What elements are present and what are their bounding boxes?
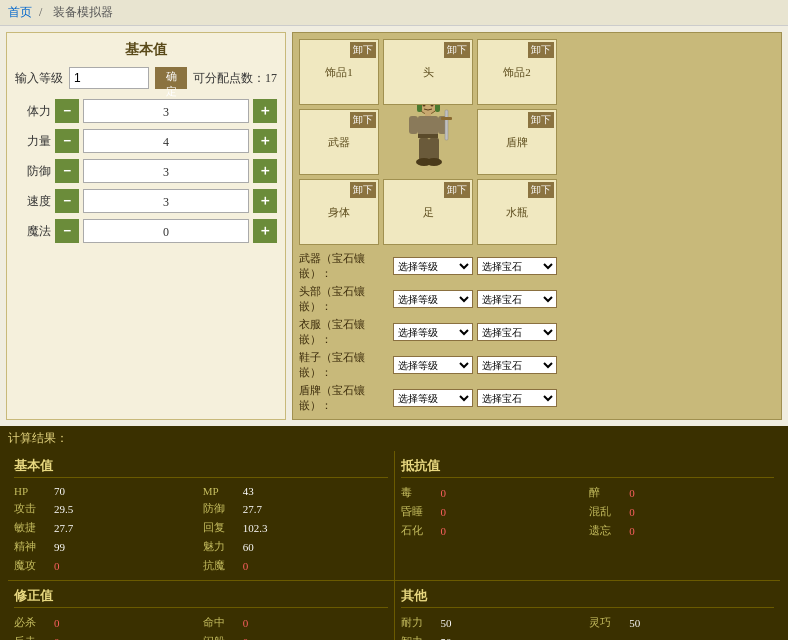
feet-label: 足 [423, 205, 434, 220]
accessory1-label: 饰品1 [325, 65, 353, 80]
points-label: 可分配点数：17 [193, 70, 277, 87]
result-cha: 魅力 60 [203, 538, 388, 555]
result-drunk: 醉 0 [589, 484, 774, 501]
equip-gem-select-2[interactable]: 选择宝石 [477, 323, 557, 341]
stat-plus-2[interactable]: ＋ [253, 159, 277, 183]
stat-name-0: 体力 [15, 103, 51, 120]
modifier-grid: 必杀 0 命中 0 反击 0 闪躲 0 [14, 614, 388, 640]
equip-select-row-4: 盾牌（宝石镶嵌）： 选择等级 选择宝石 [299, 383, 775, 413]
result-val-endurance: 50 [441, 617, 452, 629]
result-name-counter: 反击 [14, 634, 50, 640]
equip-level-select-3[interactable]: 选择等级 [393, 356, 473, 374]
stat-plus-1[interactable]: ＋ [253, 129, 277, 153]
water-label: 水瓶 [506, 205, 528, 220]
unequip-head[interactable]: 卸下 [444, 42, 470, 58]
result-val-matk: 0 [54, 560, 60, 572]
result-matk: 魔攻 0 [14, 557, 199, 574]
equip-selects: 武器（宝石镶嵌）： 选择等级 选择宝石 头部（宝石镶嵌）： 选择等级 选择宝石 … [299, 251, 775, 413]
stat-value-4: 0 [83, 219, 249, 243]
result-hp: HP 70 [14, 484, 199, 498]
equip-gem-select-4[interactable]: 选择宝石 [477, 389, 557, 407]
breadcrumb-home[interactable]: 首页 [8, 5, 32, 19]
equip-label-0: 武器（宝石镶嵌）： [299, 251, 389, 281]
confirm-button[interactable]: 确定 [155, 67, 187, 89]
result-name-spi: 精神 [14, 539, 50, 554]
result-forget: 遗忘 0 [589, 522, 774, 539]
result-val-atk: 29.5 [54, 503, 73, 515]
equip-slot-weapon: 卸下 武器 [299, 109, 379, 175]
result-val-dodge: 0 [243, 636, 249, 641]
stat-value-0: 3 [83, 99, 249, 123]
result-name-hp: HP [14, 485, 50, 497]
result-name-sleep: 昏睡 [401, 504, 437, 519]
svg-rect-7 [409, 116, 418, 134]
result-name-hit: 命中 [203, 615, 239, 630]
result-val-forget: 0 [629, 525, 635, 537]
unequip-weapon[interactable]: 卸下 [350, 112, 376, 128]
right-panel: 卸下 饰品1 卸下 武器 卸下 身体 卸下 头 [292, 32, 782, 420]
result-val-sleep: 0 [441, 506, 447, 518]
stat-plus-0[interactable]: ＋ [253, 99, 277, 123]
accessory2-label: 饰品2 [503, 65, 531, 80]
level-input[interactable] [69, 67, 149, 89]
stat-value-3: 3 [83, 189, 249, 213]
equip-select-row-1: 头部（宝石镶嵌）： 选择等级 选择宝石 [299, 284, 775, 314]
equip-gem-select-3[interactable]: 选择宝石 [477, 356, 557, 374]
result-val-rec: 102.3 [243, 522, 268, 534]
result-val-poison: 0 [441, 487, 447, 499]
equip-level-select-1[interactable]: 选择等级 [393, 290, 473, 308]
result-name-def: 防御 [203, 501, 239, 516]
equip-select-row-3: 鞋子（宝石镶嵌）： 选择等级 选择宝石 [299, 350, 775, 380]
stat-minus-1[interactable]: － [55, 129, 79, 153]
equip-level-select-2[interactable]: 选择等级 [393, 323, 473, 341]
character-svg [401, 92, 456, 192]
result-val-crit: 0 [54, 617, 60, 629]
result-name-crit: 必杀 [14, 615, 50, 630]
unequip-water[interactable]: 卸下 [528, 182, 554, 198]
result-name-agi: 敏捷 [14, 520, 50, 535]
equip-level-select-4[interactable]: 选择等级 [393, 389, 473, 407]
unequip-body[interactable]: 卸下 [350, 182, 376, 198]
result-poison: 毒 0 [401, 484, 586, 501]
level-row: 输入等级 确定 可分配点数：17 [15, 67, 277, 89]
equip-level-select-0[interactable]: 选择等级 [393, 257, 473, 275]
body-label: 身体 [328, 205, 350, 220]
result-val-mres: 0 [243, 560, 249, 572]
basic-grid: HP 70 MP 43 攻击 29.5 防御 27.7 敏捷 27.7 [14, 484, 388, 574]
result-name-stone: 石化 [401, 523, 437, 538]
svg-point-14 [426, 158, 442, 166]
unequip-accessory1[interactable]: 卸下 [350, 42, 376, 58]
equip-gem-select-0[interactable]: 选择宝石 [477, 257, 557, 275]
equip-col2: 卸下 头 [383, 39, 473, 245]
result-name-poison: 毒 [401, 485, 437, 500]
stat-value-2: 3 [83, 159, 249, 183]
result-val-stone: 0 [441, 525, 447, 537]
result-val-spi: 99 [54, 541, 65, 553]
stat-minus-4[interactable]: － [55, 219, 79, 243]
equip-slot-body: 卸下 身体 [299, 179, 379, 245]
equip-gem-select-1[interactable]: 选择宝石 [477, 290, 557, 308]
stat-name-2: 防御 [15, 163, 51, 180]
result-hit: 命中 0 [203, 614, 388, 631]
result-spi: 精神 99 [14, 538, 199, 555]
stat-minus-0[interactable]: － [55, 99, 79, 123]
result-name-forget: 遗忘 [589, 523, 625, 538]
unequip-accessory2[interactable]: 卸下 [528, 42, 554, 58]
stat-plus-3[interactable]: ＋ [253, 189, 277, 213]
equip-label-1: 头部（宝石镶嵌）： [299, 284, 389, 314]
stat-minus-3[interactable]: － [55, 189, 79, 213]
basic-section: 基本值 HP 70 MP 43 攻击 29.5 防御 27.7 [8, 451, 394, 580]
stat-value-1: 4 [83, 129, 249, 153]
unequip-shield[interactable]: 卸下 [528, 112, 554, 128]
result-atk: 攻击 29.5 [14, 500, 199, 517]
unequip-feet[interactable]: 卸下 [444, 182, 470, 198]
sub-results-panels: 修正值 必杀 0 命中 0 反击 0 闪躲 0 [8, 580, 780, 640]
result-confusion: 混乱 0 [589, 503, 774, 520]
stat-minus-2[interactable]: － [55, 159, 79, 183]
breadcrumb-current: 装备模拟器 [53, 5, 113, 19]
result-val-dex: 50 [629, 617, 640, 629]
result-name-confusion: 混乱 [589, 504, 625, 519]
equip-select-row-0: 武器（宝石镶嵌）： 选择等级 选择宝石 [299, 251, 775, 281]
stat-plus-4[interactable]: ＋ [253, 219, 277, 243]
result-stone: 石化 0 [401, 522, 586, 539]
